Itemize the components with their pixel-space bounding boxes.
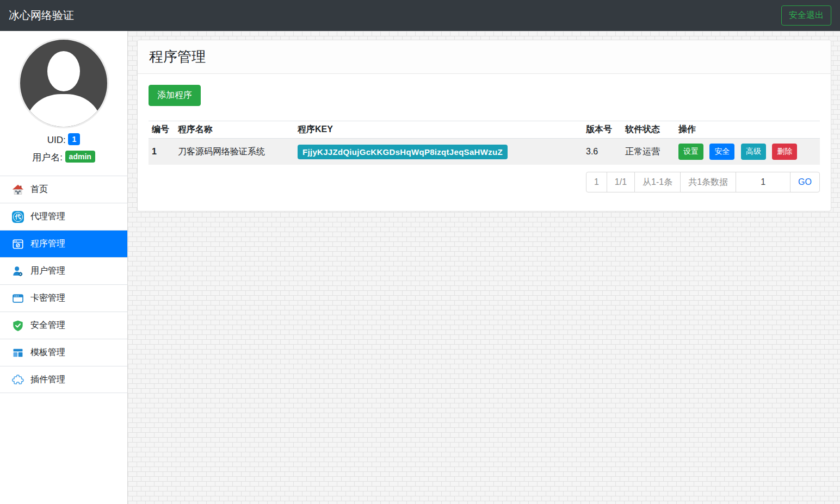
avatar-torso-shape: [26, 94, 101, 128]
sidebar-item-users[interactable]: 用户管理: [0, 257, 127, 284]
program-status: 正常运营: [622, 139, 675, 165]
card-key-icon: [12, 293, 24, 304]
col-header-version: 版本号: [583, 121, 622, 139]
logout-button[interactable]: 安全退出: [781, 5, 831, 26]
user-avatar: [18, 38, 109, 128]
delete-button[interactable]: 删除: [772, 144, 797, 160]
home-icon: [12, 184, 24, 196]
program-key-badge[interactable]: FjjyKJJZdQiujGcKKGDsHqWqP8izqtJeqSaHWzuZ: [298, 145, 508, 159]
page-jump-input[interactable]: [736, 172, 790, 192]
advanced-button[interactable]: 高级: [741, 144, 766, 160]
avatar-head-shape: [47, 51, 80, 91]
program-management-card: 程序管理 添加程序 编号 程序名称 程序KEY 版本号 软件状态 操作: [137, 40, 831, 211]
sidebar-item-label: 模板管理: [30, 347, 65, 358]
user-gear-icon: [12, 265, 24, 277]
security-shield-icon: [12, 320, 24, 332]
sidebar-item-programs[interactable]: 程序管理: [0, 230, 127, 257]
main-layout: UID: 1 用户名: admin: [0, 31, 840, 504]
sidebar-item-label: 代理管理: [30, 211, 65, 222]
sidebar-item-agents[interactable]: 代 代理管理: [0, 203, 127, 230]
sidebar-item-templates[interactable]: 模板管理: [0, 339, 127, 366]
app-root: 冰心网络验证 安全退出 UID: 1 用户名: admin: [0, 0, 840, 504]
pagination: 1 1/1 从1-1条 共1条数据 GO: [149, 172, 820, 192]
program-name: 刀客源码网络验证系统: [175, 139, 294, 165]
table-header-row: 编号 程序名称 程序KEY 版本号 软件状态 操作: [149, 121, 820, 139]
security-button[interactable]: 安全: [709, 144, 734, 160]
sidebar-item-label: 用户管理: [30, 265, 65, 277]
sidebar-item-plugins[interactable]: 插件管理: [0, 366, 127, 393]
page-input-cell: [736, 172, 790, 192]
card-body: 添加程序 编号 程序名称 程序KEY 版本号 软件状态 操作: [138, 74, 831, 211]
sidebar-item-label: 首页: [30, 184, 48, 195]
sidebar-item-label: 程序管理: [30, 238, 65, 250]
top-navbar: 冰心网络验证 安全退出: [0, 0, 840, 31]
table-row: 1 刀客源码网络验证系统 FjjyKJJZdQiujGcKKGDsHqWqP8i…: [149, 139, 820, 165]
program-window-icon: [12, 238, 24, 250]
col-header-id: 编号: [149, 121, 175, 139]
page-of-cell: 1/1: [607, 172, 635, 192]
sidebar-item-cardkeys[interactable]: 卡密管理: [0, 284, 127, 312]
page-total-cell: 共1条数据: [681, 172, 736, 192]
pagination-group: 1 1/1 从1-1条 共1条数据 GO: [586, 172, 820, 192]
col-header-actions: 操作: [675, 121, 820, 139]
col-header-key: 程序KEY: [294, 121, 583, 139]
template-icon: [12, 347, 24, 359]
content-area: 程序管理 添加程序 编号 程序名称 程序KEY 版本号 软件状态 操作: [128, 31, 840, 504]
sidebar-menu: 首页 代 代理管理: [0, 176, 127, 393]
program-version: 3.6: [583, 139, 622, 165]
sidebar: UID: 1 用户名: admin: [0, 31, 128, 504]
programs-table: 编号 程序名称 程序KEY 版本号 软件状态 操作 1 刀客源码: [149, 121, 820, 165]
plugin-puzzle-icon: [12, 374, 24, 385]
sidebar-item-label: 安全管理: [30, 320, 65, 331]
sidebar-item-label: 插件管理: [30, 374, 65, 385]
program-id: 1: [149, 139, 175, 165]
program-actions: 设置 安全 高级 删除: [675, 139, 820, 165]
card-title: 程序管理: [138, 40, 831, 74]
uid-label: UID:: [47, 135, 66, 145]
col-header-status: 软件状态: [622, 121, 675, 139]
add-program-button[interactable]: 添加程序: [149, 85, 201, 106]
go-button[interactable]: GO: [790, 172, 819, 192]
settings-button[interactable]: 设置: [678, 144, 703, 160]
agent-icon: 代: [12, 211, 24, 223]
uid-badge: 1: [68, 133, 80, 145]
username-badge: admin: [65, 151, 95, 163]
username-line: 用户名: admin: [0, 151, 127, 164]
profile-section: UID: 1 用户名: admin: [0, 31, 127, 169]
username-label: 用户名:: [32, 152, 63, 163]
page-number-cell[interactable]: 1: [586, 172, 607, 192]
col-header-name: 程序名称: [175, 121, 294, 139]
uid-line: UID: 1: [0, 133, 127, 146]
sidebar-item-label: 卡密管理: [30, 293, 65, 304]
page-range-cell: 从1-1条: [635, 172, 681, 192]
app-title: 冰心网络验证: [9, 8, 74, 23]
sidebar-item-home[interactable]: 首页: [0, 176, 127, 203]
sidebar-item-security[interactable]: 安全管理: [0, 312, 127, 339]
